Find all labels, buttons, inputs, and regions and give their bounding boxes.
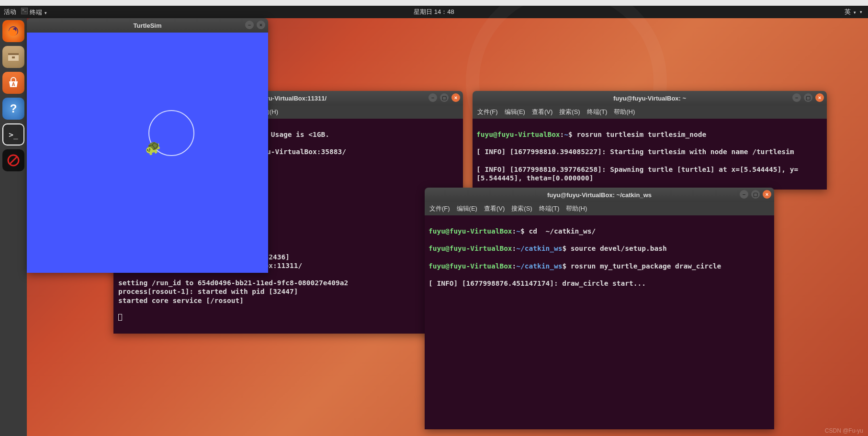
close-button[interactable]: × <box>257 21 265 29</box>
turtlesim-canvas: 🐢 <box>27 33 268 273</box>
terminal-menubar: 文件(F) 编辑(E) 查看(V) 搜索(S) 终端(T) 帮助(H) <box>425 202 774 215</box>
ime-indicator[interactable]: 英 ▾ <box>845 8 856 16</box>
menu-view[interactable]: 查看(V) <box>532 108 552 116</box>
svg-rect-1 <box>8 53 19 55</box>
terminal-icon <box>21 8 28 14</box>
window-title: fuyu@fuyu-VirtualBox: ~ <box>613 95 686 102</box>
menu-search[interactable]: 搜索(S) <box>559 108 580 116</box>
window-title: TurtleSim <box>134 22 162 29</box>
chevron-down-icon[interactable]: ▾ <box>860 10 862 14</box>
firefox-icon[interactable] <box>2 20 24 42</box>
minimize-button[interactable]: – <box>428 93 437 102</box>
files-icon[interactable] <box>2 46 24 68</box>
dock: A ? >_ <box>0 18 27 436</box>
gnome-top-panel: 活动 终端 ▾ 星期日 14：48 英 ▾ ▾ <box>0 6 868 18</box>
minimize-button[interactable]: – <box>245 21 254 29</box>
help-icon[interactable]: ? <box>2 98 24 120</box>
menu-terminal[interactable]: 终端(T) <box>539 204 560 213</box>
minimize-button[interactable]: – <box>740 190 748 199</box>
terminal-output[interactable]: fuyu@fuyu-VirtualBox:~$ rosrun turtlesim… <box>473 119 827 190</box>
svg-line-6 <box>10 157 17 164</box>
menu-edit[interactable]: 编辑(E) <box>457 204 477 213</box>
clock[interactable]: 星期日 14：48 <box>414 8 454 16</box>
menu-edit[interactable]: 编辑(E) <box>505 108 525 116</box>
menu-help[interactable]: 帮助(H) <box>566 204 587 213</box>
menu-file[interactable]: 文件(F) <box>477 108 498 116</box>
terminal-menubar: 文件(F) 编辑(E) 查看(V) 搜索(S) 终端(T) 帮助(H) <box>473 105 827 119</box>
close-button[interactable]: × <box>815 93 824 102</box>
activities-button[interactable]: 活动 <box>4 8 16 16</box>
cursor <box>118 314 122 321</box>
close-button[interactable]: × <box>763 190 771 199</box>
turtlesim-window[interactable]: TurtleSim – × 🐢 <box>27 18 268 273</box>
blocked-app-icon[interactable] <box>2 149 24 171</box>
terminal-launcher-icon[interactable]: >_ <box>2 123 24 145</box>
maximize-button[interactable]: ▢ <box>440 93 449 102</box>
menu-help[interactable]: 帮助(H) <box>614 108 635 116</box>
terminal-window-catkin[interactable]: fuyu@fuyu-VirtualBox: ~/catkin_ws – ▢ × … <box>425 188 774 429</box>
software-store-icon[interactable]: A <box>2 72 24 94</box>
svg-rect-3 <box>12 56 15 58</box>
minimize-button[interactable]: – <box>792 93 801 102</box>
menu-file[interactable]: 文件(F) <box>429 204 450 213</box>
app-menu-indicator[interactable]: 终端 ▾ <box>21 8 47 17</box>
maximize-button[interactable]: ▢ <box>804 93 812 102</box>
terminal-output[interactable]: fuyu@fuyu-VirtualBox:~$ cd ~/catkin_ws/ … <box>425 215 774 429</box>
watermark: CSDN @Fu-yu <box>825 427 863 434</box>
menu-search[interactable]: 搜索(S) <box>511 204 532 213</box>
titlebar[interactable]: TurtleSim – × <box>27 18 268 33</box>
terminal-window-turtlesim-node[interactable]: fuyu@fuyu-VirtualBox: ~ – ▢ × 文件(F) 编辑(E… <box>473 91 827 190</box>
chevron-down-icon: ▾ <box>45 11 47 15</box>
window-title: fuyu@fuyu-VirtualBox: ~/catkin_ws <box>547 191 652 199</box>
maximize-button[interactable]: ▢ <box>751 190 760 199</box>
svg-text:A: A <box>11 82 15 87</box>
menu-terminal[interactable]: 终端(T) <box>587 108 608 116</box>
menu-view[interactable]: 查看(V) <box>484 204 505 213</box>
close-button[interactable]: × <box>451 93 460 102</box>
titlebar[interactable]: fuyu@fuyu-VirtualBox: ~/catkin_ws – ▢ × <box>425 188 774 202</box>
browser-tab-strip <box>0 0 868 6</box>
chevron-down-icon: ▾ <box>854 10 856 15</box>
titlebar[interactable]: fuyu@fuyu-VirtualBox: ~ – ▢ × <box>473 91 827 105</box>
